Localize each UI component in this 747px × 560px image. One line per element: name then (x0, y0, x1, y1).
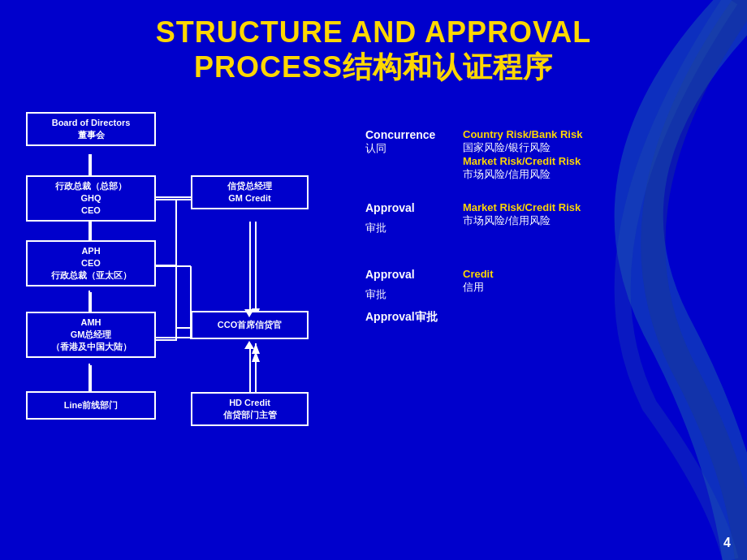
box-line: Line前线部门 (26, 391, 156, 420)
conn-board-ghq (90, 154, 92, 175)
arrow-down-cco (244, 309, 254, 317)
arc-decoration (503, 0, 747, 560)
conn-hd-to-cco (249, 343, 251, 392)
conn-amh-line (90, 365, 92, 391)
label-approval1: Approval 审批 (365, 201, 463, 235)
box-aph: APHCEO行政总裁（亚太区） (26, 240, 156, 286)
title-line2: PROCESS结构和认证程序 (194, 50, 553, 84)
box-gm-credit: 信贷总经理GM Credit (191, 175, 309, 209)
box-board: Board of Directors董事会 (26, 112, 156, 146)
label-approval2: Approval 审批 (365, 268, 463, 302)
conn-to-cco (175, 327, 191, 329)
conn-aph-right (156, 265, 176, 266)
label-approval3: Approval审批 (365, 310, 463, 325)
label-concurrence: Concurrence 认同 (365, 128, 463, 156)
box-ghq: 行政总裁（总部）GHQCEO (26, 175, 156, 222)
conn-amh-right (156, 339, 176, 341)
page-number: 4 (723, 536, 731, 550)
box-hd-credit: HD Credit信贷部门主管 (191, 392, 309, 426)
box-amh: AMHGM总经理（香港及中国大陆） (26, 312, 156, 358)
conn-gm-to-cco (249, 222, 251, 311)
conn-ghq-aph (90, 220, 92, 240)
arrow-up-cco (244, 341, 254, 349)
conn-aph-amh (90, 292, 92, 312)
org-chart: Board of Directors董事会 行政总裁（总部）GHQCEO 信贷总… (16, 104, 333, 461)
conn-spine-right2 (175, 265, 177, 341)
conn-ghq-gm (156, 199, 191, 200)
